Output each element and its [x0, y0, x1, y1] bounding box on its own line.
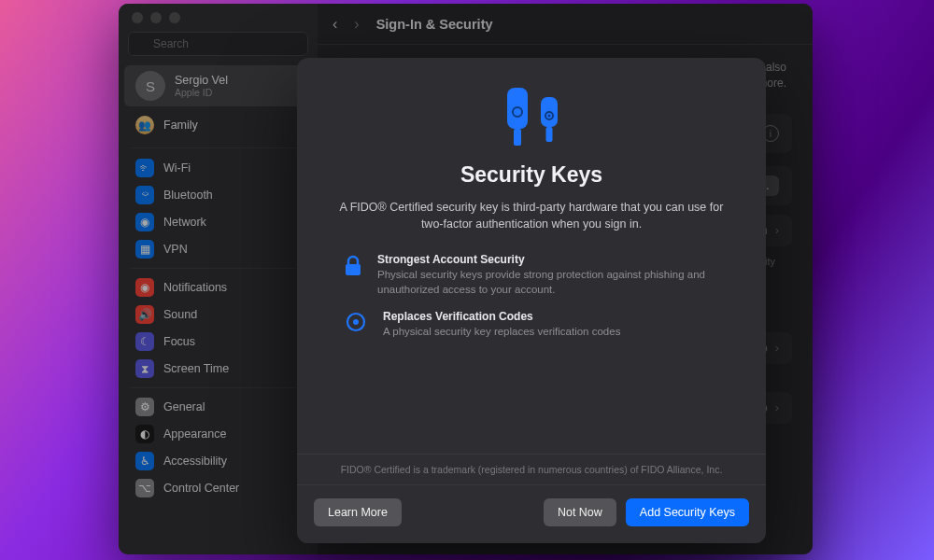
- family-label: Family: [163, 119, 198, 132]
- sidebar-item-label: Notifications: [163, 281, 227, 294]
- sidebar: S Sergio Vel Apple ID 👥 Family ᯤWi-Fi⌔Bl…: [119, 4, 318, 554]
- lock-icon: [344, 253, 362, 277]
- chevron-right-icon: ›: [775, 401, 779, 414]
- search-input[interactable]: [128, 32, 308, 56]
- security-keys-modal: Security Keys A FIDO® Certified security…: [297, 58, 766, 543]
- sidebar-item-accessibility[interactable]: ♿︎Accessibility: [124, 448, 312, 474]
- sidebar-account[interactable]: S Sergio Vel Apple ID: [124, 65, 312, 106]
- wi-fi-icon: ᯤ: [135, 159, 154, 177]
- sidebar-item-label: Accessibility: [163, 455, 227, 468]
- sidebar-item-label: Sound: [163, 308, 197, 321]
- sidebar-item-label: Control Center: [163, 482, 239, 495]
- sidebar-item-bluetooth[interactable]: ⌔Bluetooth: [124, 182, 312, 208]
- sidebar-item-label: Bluetooth: [163, 189, 213, 202]
- avatar: S: [135, 71, 165, 101]
- feature-row: Strongest Account Security Physical secu…: [344, 253, 719, 297]
- screen-time-icon: ⧗: [135, 359, 154, 378]
- sidebar-item-general[interactable]: ⚙General: [124, 394, 312, 420]
- forward-button[interactable]: ›: [354, 16, 359, 33]
- sidebar-item-notifications[interactable]: ◉Notifications: [124, 274, 312, 301]
- svg-rect-4: [514, 129, 521, 146]
- modal-description: A FIDO® Certified security key is third-…: [336, 199, 727, 232]
- sidebar-item-label: Focus: [163, 335, 195, 348]
- close-dot[interactable]: [132, 12, 143, 23]
- sidebar-item-appearance[interactable]: ◐Appearance: [124, 421, 312, 447]
- sidebar-item-network[interactable]: ◉Network: [124, 209, 312, 235]
- sidebar-item-label: Network: [163, 216, 206, 229]
- sidebar-item-label: VPN: [163, 243, 188, 256]
- bluetooth-icon: ⌔: [135, 186, 154, 204]
- feature-row: Replaces Verification Codes A physical s…: [344, 310, 719, 340]
- vpn-icon: ▦: [135, 240, 154, 259]
- notifications-icon: ◉: [135, 278, 154, 297]
- sidebar-family[interactable]: 👥 Family: [124, 110, 312, 140]
- control-center-icon: ⌥: [135, 479, 154, 497]
- chevron-right-icon: ›: [775, 342, 779, 355]
- focus-icon: ☾: [135, 332, 154, 351]
- learn-more-button[interactable]: Learn More: [314, 498, 402, 526]
- family-icon: 👥: [135, 116, 154, 134]
- network-icon: ◉: [135, 213, 154, 231]
- sidebar-item-label: Screen Time: [163, 362, 229, 375]
- window-controls[interactable]: [119, 4, 318, 32]
- accessibility-icon: ♿︎: [135, 452, 154, 470]
- feature-desc: Physical security keys provide strong pr…: [377, 268, 719, 297]
- sound-icon: 🔊: [135, 305, 154, 324]
- key-circle-icon: [344, 310, 368, 332]
- modal-title: Security Keys: [327, 162, 736, 188]
- back-button[interactable]: ‹: [333, 16, 337, 33]
- toolbar: ‹ › Sign-In & Security: [318, 4, 813, 45]
- general-icon: ⚙: [135, 398, 154, 416]
- svg-point-7: [548, 115, 551, 118]
- sidebar-item-label: Wi-Fi: [163, 161, 191, 175]
- legal-text: FIDO® Certified is a trademark (register…: [297, 454, 766, 484]
- add-security-keys-button[interactable]: Add Security Keys: [626, 498, 749, 526]
- appearance-icon: ◐: [135, 425, 154, 443]
- feature-desc: A physical security key replaces verific…: [383, 325, 620, 340]
- svg-rect-9: [346, 264, 361, 275]
- feature-title: Strongest Account Security: [377, 253, 719, 266]
- not-now-button[interactable]: Not Now: [544, 498, 616, 526]
- page-title: Sign-In & Security: [376, 17, 493, 32]
- sidebar-item-wi-fi[interactable]: ᯤWi-Fi: [124, 155, 312, 181]
- sidebar-item-label: General: [163, 400, 205, 413]
- svg-rect-8: [546, 127, 553, 142]
- feature-title: Replaces Verification Codes: [383, 310, 620, 323]
- account-name: Sergio Vel: [175, 74, 228, 87]
- sidebar-item-control-center[interactable]: ⌥Control Center: [124, 475, 312, 501]
- sidebar-item-label: Appearance: [163, 427, 226, 441]
- chevron-right-icon: ›: [775, 224, 779, 237]
- svg-point-11: [353, 319, 359, 325]
- sidebar-item-vpn[interactable]: ▦VPN: [124, 236, 312, 262]
- account-sub: Apple ID: [175, 87, 228, 98]
- security-key-graphic: [327, 84, 736, 149]
- minimize-dot[interactable]: [150, 12, 162, 23]
- sidebar-item-focus[interactable]: ☾Focus: [124, 329, 312, 355]
- sidebar-item-screen-time[interactable]: ⧗Screen Time: [124, 356, 312, 382]
- sidebar-item-sound[interactable]: 🔊Sound: [124, 301, 312, 328]
- zoom-dot[interactable]: [169, 12, 180, 23]
